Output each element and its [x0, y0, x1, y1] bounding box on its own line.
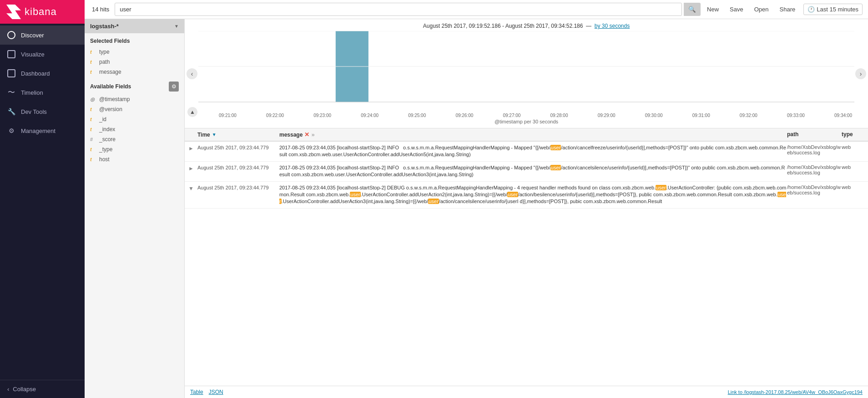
chart-header: August 25th 2017, 09:19:52.186 - August … [185, 23, 868, 29]
chevron-down-icon: ▼ [174, 24, 179, 29]
sidebar-item-dashboard[interactable]: Dashboard [0, 64, 85, 83]
string-doctype-icon: t [90, 147, 96, 152]
field-version[interactable]: t @version [85, 104, 184, 114]
row-message: 2017-08-25 09:23:44,035 [localhost-start… [279, 144, 787, 158]
time-col-label: Time [197, 132, 210, 138]
field-name: host [99, 156, 110, 163]
field-message[interactable]: t message [85, 67, 184, 77]
save-button[interactable]: Save [727, 4, 746, 15]
bottom-bar: Table JSON Link to /logstash-2017.08.25/… [185, 386, 868, 398]
open-button[interactable]: Open [752, 4, 772, 15]
string-id-icon: t [90, 117, 96, 122]
sidebar-item-management[interactable]: ⚙ Management [0, 121, 85, 140]
new-button[interactable]: New [704, 4, 722, 15]
type-col-header: type [842, 131, 864, 138]
selected-fields-title: Selected Fields [85, 33, 184, 47]
time-range-picker[interactable]: 🕐 Last 15 minutes [803, 4, 863, 15]
sidebar-item-devtools[interactable]: 🔧 Dev Tools [0, 102, 85, 121]
field-name: _index [99, 126, 115, 133]
field-score[interactable]: # _score [85, 134, 184, 144]
highlight-user: user [507, 192, 518, 197]
table-area: Time ▼ message ✕ » path type [185, 128, 868, 386]
row-expand-button[interactable]: ▼ [188, 184, 197, 192]
sidebar-item-timelion[interactable]: 〜 Timelion [0, 83, 85, 102]
field-name: path [99, 59, 110, 65]
sidebar-collapse[interactable]: ‹ Collapse [0, 380, 85, 398]
x-label-11: 09:32:00 [740, 113, 757, 118]
x-label-9: 09:30:00 [645, 113, 663, 118]
row-path: /home/XsbDev/xsblog/web/success.log [787, 164, 842, 175]
available-fields-settings-button[interactable]: ⚙ [169, 82, 179, 92]
chart-next-button[interactable]: › [855, 68, 866, 79]
remove-message-col-button[interactable]: ✕ [304, 131, 309, 138]
table-header: Time ▼ message ✕ » path type [185, 128, 868, 142]
index-pattern-label: logstash-* [90, 23, 119, 30]
sort-desc-icon: ▼ [212, 132, 217, 137]
sidebar-item-label: Dashboard [21, 70, 50, 77]
row-type: web [842, 184, 864, 190]
table-row: ▼ August 25th 2017, 09:23:44.779 2017-08… [185, 182, 868, 209]
string-index-icon: t [90, 127, 96, 132]
left-panel: logstash-* ▼ Selected Fields t type t pa… [85, 19, 185, 398]
table-tab[interactable]: Table [190, 389, 203, 395]
collapse-label: Collapse [13, 386, 36, 393]
x-label-10: 09:31:00 [692, 113, 710, 118]
row-message: 2017-08-25 09:23:44,035 [localhost-start… [279, 184, 787, 205]
move-message-col-button[interactable]: » [311, 131, 314, 138]
chart-date-range: August 25th 2017, 09:19:52.186 - August … [423, 23, 583, 29]
json-tab[interactable]: JSON [209, 389, 223, 395]
x-label-6: 09:27:00 [503, 113, 520, 118]
table-row: ► August 25th 2017, 09:23:44.779 2017-08… [185, 162, 868, 182]
row-expand-button[interactable]: ► [188, 164, 197, 172]
type-col-label: type [842, 131, 853, 138]
x-label-1: 09:22:00 [266, 113, 284, 118]
field-doctype[interactable]: t _type [85, 144, 184, 154]
chevron-left-icon: ‹ [7, 386, 9, 393]
chart-collapse-button[interactable]: ▲ [187, 107, 197, 117]
chart-subtitle: @timestamp per 30 seconds [185, 119, 868, 124]
highlight-user: user [428, 199, 439, 204]
row-type: web [842, 144, 864, 150]
field-name: message [99, 69, 121, 75]
message-col-label: message [279, 132, 303, 138]
string-path-icon: t [90, 59, 96, 65]
field-index[interactable]: t _index [85, 124, 184, 134]
sidebar-item-label: Visualize [21, 51, 45, 58]
highlight-user: user [350, 192, 360, 197]
chart-prev-button[interactable]: ‹ [187, 68, 197, 79]
search-input[interactable] [115, 3, 682, 16]
index-pattern[interactable]: logstash-* ▼ [85, 19, 184, 33]
sidebar-nav: Discover Visualize Dashboard 〜 Timelion … [0, 24, 85, 380]
available-fields-title: Available Fields [90, 83, 131, 90]
available-fields-header: Available Fields ⚙ [85, 77, 184, 94]
search-button[interactable]: 🔍 [684, 3, 701, 16]
field-timestamp[interactable]: ◎ @timestamp [85, 94, 184, 104]
time-range-label: Last 15 minutes [817, 6, 858, 13]
field-type[interactable]: t type [85, 47, 184, 57]
sidebar-item-label: Dev Tools [21, 108, 47, 115]
x-label-0: 09:21:00 [219, 113, 237, 118]
sidebar-item-discover[interactable]: Discover [0, 26, 85, 45]
doc-link[interactable]: Link to /logstash-2017.08.25/web/AV4w_OB… [728, 389, 863, 395]
x-label-3: 09:24:00 [361, 113, 378, 118]
row-type: web [842, 164, 864, 170]
share-button[interactable]: Share [777, 4, 798, 15]
chart-by-link[interactable]: by 30 seconds [595, 23, 630, 29]
search-icon: 🔍 [688, 6, 696, 13]
field-host[interactable]: t host [85, 154, 184, 164]
field-path[interactable]: t path [85, 57, 184, 67]
x-label-7: 09:28:00 [550, 113, 568, 118]
clock-icon: 🕐 [807, 6, 815, 13]
time-col-header[interactable]: Time ▼ [197, 131, 279, 138]
table-row: ► August 25th 2017, 09:23:44.779 2017-08… [185, 142, 868, 162]
chart-svg [198, 31, 854, 113]
row-path: /home/XsbDev/xsblog/web/success.log [787, 184, 842, 195]
field-name: _score [99, 136, 116, 143]
field-id[interactable]: t _id [85, 114, 184, 124]
sidebar-item-visualize[interactable]: Visualize [0, 45, 85, 64]
expand-col-header [188, 131, 197, 138]
sidebar-logo: kibana [0, 0, 85, 24]
row-expand-button[interactable]: ► [188, 144, 197, 152]
x-label-13: 09:34:00 [834, 113, 852, 118]
field-name: type [99, 49, 110, 55]
